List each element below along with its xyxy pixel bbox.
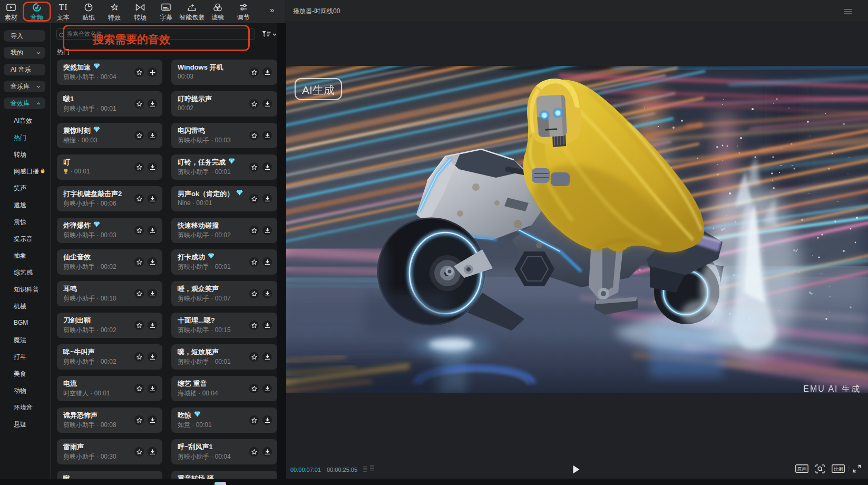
svg-text:AI生成: AI生成 bbox=[302, 84, 335, 96]
svg-text:原画: 原画 bbox=[797, 467, 807, 472]
svg-text:EMU AI 生成: EMU AI 生成 bbox=[803, 384, 861, 393]
svg-text:比例: 比例 bbox=[834, 467, 843, 472]
